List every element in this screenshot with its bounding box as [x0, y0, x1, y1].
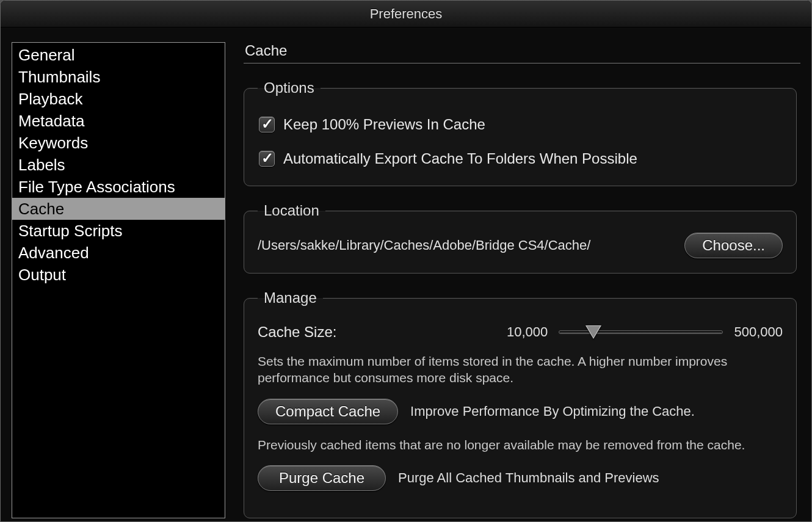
manage-legend: Manage: [258, 289, 323, 306]
keep-previews-checkbox[interactable]: [259, 117, 275, 132]
slider-thumb-icon[interactable]: [585, 325, 601, 339]
sidebar-item-playback[interactable]: Playback: [12, 88, 225, 110]
sidebar-item-label: Playback: [18, 90, 83, 108]
cache-size-max: 500,000: [734, 324, 783, 340]
preferences-window: Preferences General Thumbnails Playback …: [0, 0, 812, 522]
sidebar-item-startup-scripts[interactable]: Startup Scripts: [12, 220, 225, 242]
sidebar-item-label: General: [18, 46, 75, 64]
sidebar-item-label: Startup Scripts: [18, 222, 123, 240]
cache-size-slider[interactable]: [559, 324, 723, 340]
main-panel: Cache Options Keep 100% Previews In Cach…: [244, 42, 800, 521]
preferences-sidebar: General Thumbnails Playback Metadata Key…: [12, 42, 225, 518]
keep-previews-label: Keep 100% Previews In Cache: [283, 116, 485, 133]
titlebar: Preferences: [1, 1, 811, 27]
window-body: General Thumbnails Playback Metadata Key…: [1, 27, 811, 521]
sidebar-item-advanced[interactable]: Advanced: [12, 242, 225, 264]
purge-cache-desc: Purge All Cached Thumbnails and Previews: [398, 470, 659, 486]
purge-cache-button[interactable]: Purge Cache: [258, 465, 386, 491]
sidebar-item-output[interactable]: Output: [12, 264, 225, 286]
slider-track: [559, 330, 723, 334]
compact-cache-desc: Improve Performance By Optimizing the Ca…: [410, 404, 695, 419]
compact-cache-button[interactable]: Compact Cache: [258, 399, 398, 424]
location-group: Location /Users/sakke/Library/Caches/Ado…: [244, 202, 797, 274]
location-legend: Location: [258, 202, 325, 219]
sidebar-item-label: Output: [18, 266, 66, 284]
cache-size-label: Cache Size:: [258, 324, 496, 341]
choose-location-button[interactable]: Choose...: [684, 233, 783, 258]
sidebar-item-file-type-associations[interactable]: File Type Associations: [12, 176, 225, 198]
keep-previews-row[interactable]: Keep 100% Previews In Cache: [259, 116, 783, 133]
options-group: Options Keep 100% Previews In Cache Auto…: [244, 79, 797, 186]
sidebar-item-general[interactable]: General: [12, 44, 225, 66]
sidebar-item-cache[interactable]: Cache: [12, 198, 225, 220]
sidebar-item-label: Advanced: [18, 244, 89, 262]
sidebar-item-label: File Type Associations: [18, 178, 175, 196]
auto-export-checkbox[interactable]: [259, 151, 275, 167]
cache-location-path: /Users/sakke/Library/Caches/Adobe/Bridge…: [258, 237, 672, 253]
options-legend: Options: [258, 79, 321, 96]
auto-export-label: Automatically Export Cache To Folders Wh…: [283, 150, 637, 167]
sidebar-item-thumbnails[interactable]: Thumbnails: [12, 66, 225, 88]
sidebar-item-labels[interactable]: Labels: [12, 154, 225, 176]
cache-size-min: 10,000: [507, 324, 548, 340]
sidebar-item-label: Keywords: [18, 134, 88, 152]
compact-cache-note: Previously cached items that are no long…: [258, 437, 783, 453]
auto-export-row[interactable]: Automatically Export Cache To Folders Wh…: [259, 150, 783, 167]
sidebar-item-label: Cache: [18, 200, 64, 218]
sidebar-item-label: Labels: [18, 156, 65, 174]
window-title: Preferences: [370, 6, 443, 22]
sidebar-item-label: Metadata: [18, 112, 84, 130]
cache-size-desc: Sets the maximum number of items stored …: [258, 353, 783, 386]
sidebar-item-keywords[interactable]: Keywords: [12, 132, 225, 154]
sidebar-item-metadata[interactable]: Metadata: [12, 110, 225, 132]
sidebar-item-label: Thumbnails: [18, 68, 100, 86]
manage-group: Manage Cache Size: 10,000 500,000 Sets t…: [244, 289, 797, 518]
panel-title: Cache: [244, 42, 800, 63]
